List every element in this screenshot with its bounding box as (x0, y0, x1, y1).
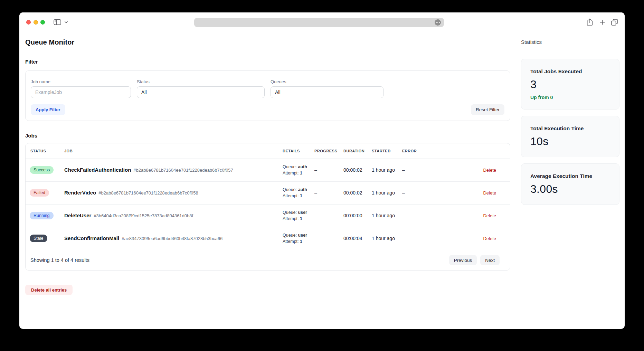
delete-job-link[interactable]: Delete (483, 168, 496, 173)
stat-value: 3 (530, 78, 610, 91)
status-badge: Running (30, 212, 54, 219)
results-summary: Showing 1 to 4 of 4 results (30, 257, 89, 263)
job-queue: Queue: user (283, 232, 310, 238)
job-id: #b2ab8e6781b71604ee701f1228edeab6b7c0f05… (98, 190, 198, 196)
previous-page-button[interactable]: Previous (449, 255, 477, 265)
job-id: #3b6404d3ca208f99cd1525e7873ad894361d0b8… (94, 213, 193, 218)
jobs-table-body: Success CheckFailedAuthentication#b2ab8e… (26, 159, 510, 250)
job-name-input[interactable] (31, 86, 131, 98)
job-attempt: Attempt: 1 (283, 238, 310, 245)
browser-toolbar (19, 12, 625, 32)
stat-value: 10s (530, 135, 610, 148)
statistics-heading: Statistics (521, 38, 619, 46)
statistics-sidebar: Statistics Total Jobs Executed 3 Up from… (521, 38, 619, 205)
stat-card: Total Jobs Executed 3 Up from 0 (521, 59, 619, 110)
col-status: Status (26, 143, 59, 159)
delete-all-entries-button[interactable]: Delete all entries (25, 285, 73, 295)
stat-subtext: Up from 0 (530, 95, 610, 100)
jobs-table-header-row: Status Job Details Progress Duration Sta… (26, 143, 510, 159)
stat-label: Total Execution Time (530, 125, 610, 132)
close-window-button[interactable] (26, 20, 31, 25)
apply-filter-button[interactable]: Apply Filter (31, 104, 65, 115)
queues-filter-value: All (275, 89, 281, 95)
job-started: 1 hour ago (372, 236, 395, 241)
job-duration: 00:00:04 (343, 236, 362, 241)
col-error: Error (397, 143, 431, 159)
stat-label: Average Execution Time (530, 173, 610, 179)
col-details: Details (278, 143, 310, 159)
job-id: #b2ab8e6781b71604ee701f1228edeab6b7c0f05… (133, 168, 233, 173)
status-filter-label: Status (137, 79, 265, 84)
new-tab-plus-icon[interactable] (599, 19, 605, 25)
tab-overview-icon[interactable] (611, 19, 618, 26)
filter-heading: Filter (25, 59, 510, 65)
page-menu-ellipsis-icon[interactable] (435, 19, 441, 26)
job-error: – (402, 236, 405, 241)
table-footer: Showing 1 to 4 of 4 results Previous Nex… (26, 250, 510, 270)
col-started: Started (367, 143, 397, 159)
stat-label: Total Jobs Executed (530, 68, 610, 75)
queues-filter-label: Queues (271, 79, 383, 84)
job-name: SendConfirmationMail (64, 235, 119, 241)
stat-value: 3.00s (530, 183, 610, 196)
queues-filter-select[interactable]: All (271, 86, 383, 98)
page-content: Queue Monitor Filter Job name Status All (19, 32, 625, 295)
job-name: RenderVideo (64, 190, 96, 196)
job-id: #ae83473099ea6ad6bbd460b48fa87028b53bca6… (122, 236, 222, 241)
delete-job-link[interactable]: Delete (483, 190, 496, 196)
table-row: Running DeleteUser#3b6404d3ca208f99cd152… (26, 204, 510, 227)
status-filter-select[interactable]: All (137, 86, 265, 98)
main-column: Queue Monitor Filter Job name Status All (25, 38, 510, 295)
stat-card: Total Execution Time 10s (521, 116, 619, 157)
job-duration: 00:00:02 (343, 167, 362, 173)
job-queue: Queue: auth (283, 164, 310, 170)
job-queue: Queue: auth (283, 187, 310, 193)
job-progress: – (314, 213, 317, 218)
job-attempt: Attempt: 1 (283, 216, 310, 222)
stat-cards-container: Total Jobs Executed 3 Up from 0 Total Ex… (521, 59, 619, 205)
jobs-table: Status Job Details Progress Duration Sta… (26, 143, 510, 250)
table-row: Failed RenderVideo#b2ab8e6781b71604ee701… (26, 181, 510, 204)
job-started: 1 hour ago (372, 190, 395, 196)
status-badge: Stale (30, 235, 47, 242)
sidebar-toggle-icon[interactable] (54, 19, 61, 25)
reset-filter-button[interactable]: Reset Filter (471, 104, 504, 115)
page-title: Queue Monitor (25, 38, 510, 46)
job-started: 1 hour ago (372, 167, 395, 173)
filter-card: Job name Status All Queues All (25, 70, 510, 121)
job-attempt: Attempt: 1 (283, 193, 310, 199)
share-icon[interactable] (587, 18, 593, 26)
col-progress: Progress (310, 143, 339, 159)
job-name: CheckFailedAuthentication (64, 167, 131, 173)
stat-card: Average Execution Time 3.00s (521, 163, 619, 205)
browser-window: Queue Monitor Filter Job name Status All (19, 12, 625, 329)
table-row: Stale SendConfirmationMail#ae83473099ea6… (26, 227, 510, 250)
job-queue: Queue: user (283, 209, 310, 216)
address-bar[interactable] (194, 18, 444, 27)
job-started: 1 hour ago (372, 213, 395, 218)
col-actions (431, 143, 510, 159)
job-error: – (402, 167, 405, 173)
status-badge: Success (30, 166, 54, 174)
col-job: Job (59, 143, 278, 159)
chevron-down-icon[interactable] (64, 21, 68, 23)
status-filter-value: All (141, 89, 147, 95)
jobs-heading: Jobs (25, 133, 510, 139)
zoom-window-button[interactable] (40, 20, 45, 25)
job-progress: – (314, 190, 317, 196)
job-progress: – (314, 236, 317, 241)
next-page-button[interactable]: Next (480, 255, 500, 265)
table-row: Success CheckFailedAuthentication#b2ab8e… (26, 159, 510, 181)
job-progress: – (314, 167, 317, 173)
status-badge: Failed (30, 189, 49, 197)
job-name: DeleteUser (64, 212, 91, 218)
col-duration: Duration (339, 143, 367, 159)
job-error: – (402, 213, 405, 218)
job-name-label: Job name (31, 79, 131, 84)
job-attempt: Attempt: 1 (283, 170, 310, 176)
delete-job-link[interactable]: Delete (483, 236, 496, 241)
job-duration: 00:00:02 (343, 190, 362, 196)
job-error: – (402, 190, 405, 196)
minimize-window-button[interactable] (34, 20, 38, 25)
delete-job-link[interactable]: Delete (483, 213, 496, 218)
